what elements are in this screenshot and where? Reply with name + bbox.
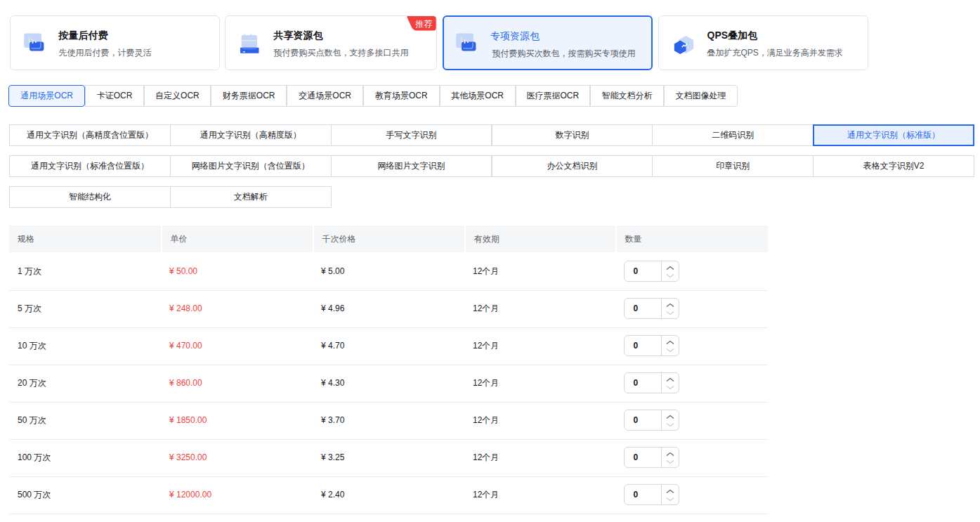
svg-text:推荐: 推荐 (415, 19, 432, 29)
